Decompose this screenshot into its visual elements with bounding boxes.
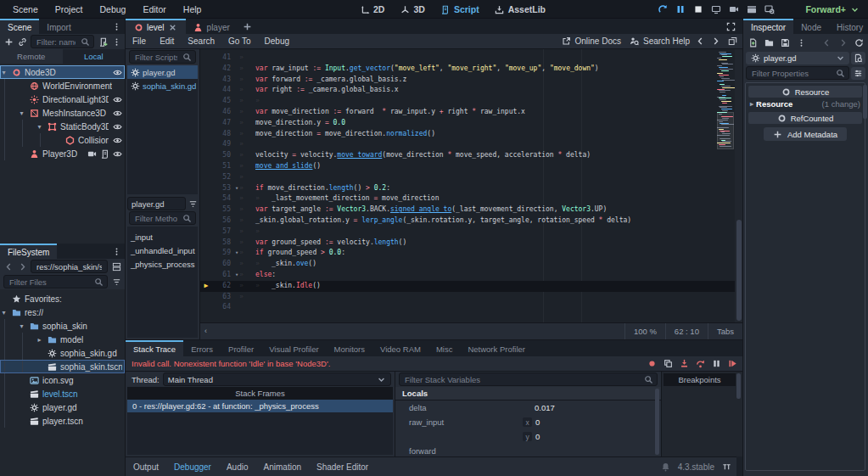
line-number[interactable]: 59 — [204, 248, 231, 259]
debugger-tab-network-profiler[interactable]: Network Profiler — [460, 340, 533, 356]
save-resource-icon[interactable] — [780, 37, 790, 48]
locals-scrollbar[interactable] — [655, 389, 659, 455]
menu-scene[interactable]: Scene — [5, 3, 46, 16]
line-number[interactable]: 58 — [204, 238, 231, 249]
inspector-scrollbar[interactable] — [863, 85, 867, 119]
expand-arrow[interactable]: ▾ — [0, 309, 8, 316]
eye-icon[interactable] — [112, 94, 122, 104]
scene-filter-input[interactable] — [35, 36, 77, 48]
line-number[interactable]: 57 — [204, 227, 231, 238]
copy-icon[interactable] — [663, 359, 673, 369]
split-view-icon[interactable] — [111, 261, 121, 272]
script-item-sophia_skin.gd[interactable]: sophia_skin.gd — [127, 79, 198, 92]
inspected-object-button[interactable]: player.gd — [746, 52, 849, 64]
line-number[interactable]: 64 — [204, 302, 231, 313]
script-tab-player[interactable]: player — [186, 19, 238, 34]
scripts-filter-field[interactable] — [129, 50, 196, 64]
pause-icon[interactable] — [675, 4, 686, 14]
line-number[interactable]: 61 — [204, 270, 231, 281]
eye-icon[interactable] — [112, 148, 122, 159]
code-line[interactable]: 56»_skin.global_rotation.y = lerp_angle(… — [200, 216, 742, 227]
script-menu-go-to[interactable]: Go To — [221, 36, 258, 46]
script-scroll-icon[interactable] — [99, 148, 109, 159]
file-item-icon.svg[interactable]: icon.svg — [0, 373, 125, 387]
file-item-player.gd[interactable]: player.gd — [0, 400, 125, 414]
scene-node-meshinstance3d[interactable]: ▾MeshInstance3D — [0, 106, 125, 120]
workspace-assetlib[interactable]: AssetLib — [490, 3, 551, 16]
new-resource-icon[interactable] — [748, 37, 758, 48]
property-tool-button[interactable] — [851, 67, 865, 80]
sort-files-icon[interactable] — [111, 277, 121, 287]
scene-node-collisionshape3d[interactable]: CollisionShape3D — [0, 133, 125, 147]
stack-variables-filter-input[interactable] — [403, 374, 641, 385]
hscroll-left-icon[interactable]: ‹ — [200, 328, 207, 335]
step-over-icon[interactable] — [695, 359, 705, 369]
add-metadata-button[interactable]: Add Metadata — [764, 127, 847, 141]
method-sort-icon[interactable] — [188, 199, 198, 209]
file-filter-field[interactable] — [3, 275, 108, 288]
code-line[interactable]: 45»» — [200, 96, 742, 107]
code-line[interactable]: 60»»_skin.ove() — [200, 259, 742, 270]
code-line[interactable]: 53▾»if move_direction.length() > 0.2: — [200, 183, 742, 194]
code-line[interactable]: 49» — [200, 139, 742, 150]
code-line[interactable]: 50»velocity = velocity.move_toward(move_… — [200, 150, 742, 161]
eye-icon[interactable] — [112, 135, 122, 145]
inspector-forward-icon[interactable] — [837, 37, 848, 48]
stop-icon[interactable] — [693, 4, 703, 14]
load-resource-icon[interactable] — [764, 37, 774, 48]
object-history-icon[interactable] — [854, 37, 864, 48]
line-number[interactable]: 44 — [204, 85, 231, 96]
line-number[interactable]: 54 — [204, 193, 231, 204]
inspector-tab-inspector[interactable]: Inspector — [743, 19, 793, 34]
debugger-tab-visual-profiler[interactable]: Visual Profiler — [261, 340, 326, 356]
code-line[interactable]: 58»var ground_speed := velocity.length() — [200, 238, 742, 249]
current-script-field[interactable]: player.gd — [127, 197, 186, 210]
script-forward-icon[interactable] — [710, 36, 720, 47]
code-scrollbar[interactable] — [735, 49, 742, 339]
line-number[interactable]: 43 — [204, 75, 231, 86]
debugger-tab-errors[interactable]: Errors — [183, 340, 221, 356]
methods-filter-field[interactable] — [129, 211, 196, 225]
remote-window-icon[interactable] — [711, 4, 721, 14]
expand-arrow[interactable]: ▾ — [0, 69, 8, 76]
open-docs-button[interactable] — [851, 52, 865, 64]
attach-script-icon[interactable] — [98, 36, 108, 47]
line-number[interactable]: 48 — [204, 129, 231, 140]
line-number[interactable]: 63 — [204, 292, 231, 303]
code-line[interactable]: 54»»_last_movement_direction = move_dire… — [200, 193, 742, 204]
code-line[interactable]: 42»var raw_input := Input.get_vector("mo… — [200, 64, 742, 75]
line-number[interactable]: 62 — [204, 281, 231, 292]
code-line[interactable]: 43»var forward := _camera.global_basis.z — [200, 75, 742, 86]
history-forward-icon[interactable] — [17, 261, 27, 272]
stack-frame[interactable]: 0 - res://player.gd:62 - at function: _p… — [127, 400, 393, 412]
notifications-bell-icon[interactable] — [661, 462, 671, 472]
file-item-model[interactable]: ▸model — [0, 333, 125, 346]
refcounted-section-header[interactable]: RefCounted — [748, 112, 862, 124]
mode-tab-remote[interactable]: Remote — [0, 49, 63, 64]
file-filter-input[interactable] — [8, 277, 91, 288]
eye-icon[interactable] — [112, 108, 122, 118]
scene-node-player3d[interactable]: Player3D — [0, 147, 125, 160]
debugger-tab-monitors[interactable]: Monitors — [327, 340, 372, 356]
scene-menu-icon[interactable] — [111, 36, 121, 47]
method-_unhandled_input[interactable]: _unhandled_input — [127, 244, 198, 257]
line-number[interactable]: 46 — [204, 107, 231, 118]
eye-icon[interactable] — [112, 67, 122, 77]
debugger-tab-stack-trace[interactable]: Stack Trace — [126, 340, 183, 356]
bottom-tab-debugger[interactable]: Debugger — [166, 462, 219, 472]
method-_input[interactable]: _input — [127, 230, 198, 244]
code-line[interactable]: 64 — [200, 302, 742, 313]
workspace-3d[interactable]: 3D — [395, 3, 429, 16]
debugger-tab-profiler[interactable]: Profiler — [221, 340, 261, 356]
pause-icon[interactable] — [711, 359, 721, 369]
workspace-2d[interactable]: 2D — [355, 3, 389, 16]
file-item-res[interactable]: ▾res:// — [0, 305, 125, 319]
line-number[interactable]: 45 — [204, 96, 231, 107]
line-number[interactable]: 41 — [204, 53, 231, 64]
scene-node-node3d[interactable]: ▾Node3D — [0, 65, 125, 79]
resource-menu-icon[interactable] — [796, 37, 806, 48]
code-line[interactable]: 48»move_direction = move_direction.norma… — [200, 129, 742, 140]
script-tab-level[interactable]: level — [126, 19, 186, 34]
file-item-player.tscn[interactable]: player.tscn — [0, 414, 125, 428]
movie-camera-icon[interactable] — [729, 4, 739, 14]
